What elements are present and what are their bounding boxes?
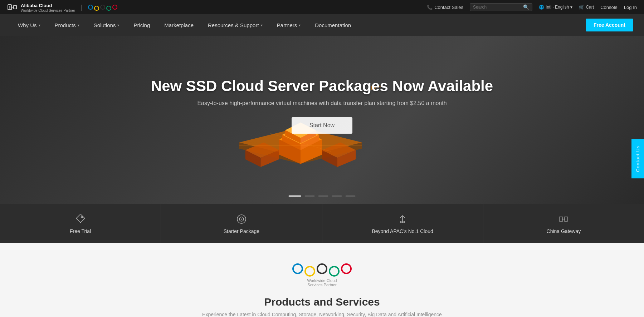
slider-dot-4[interactable] xyxy=(332,195,342,197)
search-input[interactable] xyxy=(473,5,523,10)
starter-package-label: Starter Package xyxy=(224,228,259,234)
china-gateway-icon xyxy=(558,213,569,225)
products-title: Products and Services xyxy=(0,296,644,308)
nav-item-pricing[interactable]: Pricing xyxy=(126,14,157,36)
nav-label-resources: Resources & Support xyxy=(208,22,259,28)
lang-label: Intl · English xyxy=(546,5,569,10)
svg-rect-3 xyxy=(14,5,16,9)
nav-item-resources[interactable]: Resources & Support ▾ xyxy=(201,14,270,36)
slider-dot-2[interactable] xyxy=(305,195,315,197)
nav-label-pricing: Pricing xyxy=(133,22,150,28)
hero-title: New SSD Cloud Server Packages Now Availa… xyxy=(151,78,493,95)
lang-chevron: ▾ xyxy=(570,5,572,10)
cart-button[interactable]: 🛒 Cart xyxy=(579,5,594,10)
nav-item-partners[interactable]: Partners ▾ xyxy=(270,14,308,36)
resources-chevron: ▾ xyxy=(261,23,263,27)
nav-items: Why Us ▾ Products ▾ Solutions ▾ Pricing … xyxy=(11,14,358,36)
nav-label-documentation: Documentation xyxy=(315,22,351,28)
apac-cloud-icon xyxy=(397,213,408,225)
slider-dot-3[interactable] xyxy=(318,195,328,197)
tag-icon xyxy=(75,213,86,225)
feature-strip: Free Trial Starter Package Beyond APAC's… xyxy=(0,204,644,243)
nav-bar: Why Us ▾ Products ▾ Solutions ▾ Pricing … xyxy=(0,14,644,36)
solutions-chevron: ▾ xyxy=(117,23,119,27)
nav-item-solutions[interactable]: Solutions ▾ xyxy=(87,14,127,36)
nav-item-products[interactable]: Products ▾ xyxy=(48,14,87,36)
nav-label-products: Products xyxy=(55,22,76,28)
why-us-chevron: ▾ xyxy=(39,23,40,27)
contact-sales-link[interactable]: 📞 Contact Sales xyxy=(427,5,463,10)
products-subtitle: Experience the Latest in Cloud Computing… xyxy=(0,312,644,317)
slider-dots xyxy=(289,195,356,197)
partners-chevron: ▾ xyxy=(299,23,301,27)
search-button[interactable]: 🔍 xyxy=(523,4,529,10)
alibaba-cloud-logo-icon xyxy=(7,3,17,11)
starter-package-icon xyxy=(236,213,247,225)
console-button[interactable]: Console xyxy=(600,5,618,10)
nav-label-partners: Partners xyxy=(277,22,297,28)
hero-cta-button[interactable]: Start Now xyxy=(292,117,352,134)
contact-us-sidebar[interactable]: Contact Us xyxy=(631,139,644,178)
olympic-logo: Worldwide CloudServices Partner xyxy=(0,261,644,287)
hero-section: New SSD Cloud Server Packages Now Availa… xyxy=(0,36,644,204)
slider-dot-1[interactable] xyxy=(289,195,301,197)
nav-label-solutions: Solutions xyxy=(94,22,116,28)
contact-sales-label: Contact Sales xyxy=(434,5,463,10)
products-section: Worldwide CloudServices Partner Products… xyxy=(0,243,644,317)
top-bar-left: Alibaba Cloud Worldwide Cloud Services P… xyxy=(7,2,118,13)
globe-icon: 🌐 xyxy=(539,5,544,10)
free-trial-label: Free Trial xyxy=(70,228,91,234)
svg-line-31 xyxy=(400,216,402,218)
logo-sub: Worldwide Cloud Services Partner xyxy=(21,9,75,13)
feature-item-china-gateway[interactable]: China Gateway xyxy=(483,204,644,243)
olympic-rings-large xyxy=(292,261,352,277)
hero-content: New SSD Cloud Server Packages Now Availa… xyxy=(151,78,493,134)
nav-item-marketplace[interactable]: Marketplace xyxy=(157,14,201,36)
olympics-rings-small xyxy=(88,4,118,11)
hero-subtitle: Easy-to-use high-performance virtual mac… xyxy=(151,100,493,107)
logo-text: Alibaba Cloud xyxy=(21,3,52,8)
feature-item-apac[interactable]: Beyond APAC's No.1 Cloud xyxy=(322,204,483,243)
free-account-button[interactable]: Free Account xyxy=(586,19,633,31)
logo-divider: | xyxy=(80,4,82,11)
slider-dot-5[interactable] xyxy=(346,195,356,197)
svg-rect-1 xyxy=(9,6,10,9)
top-bar-right: 📞 Contact Sales 🔍 🌐 Intl · English ▾ 🛒 C… xyxy=(427,3,637,11)
nav-label-marketplace: Marketplace xyxy=(164,22,194,28)
search-box: 🔍 xyxy=(470,3,532,11)
logo-area: Alibaba Cloud Worldwide Cloud Services P… xyxy=(7,2,118,13)
products-chevron: ▾ xyxy=(78,23,79,27)
cart-label: Cart xyxy=(586,5,594,10)
feature-item-free-trial[interactable]: Free Trial xyxy=(0,204,161,243)
language-selector[interactable]: 🌐 Intl · English ▾ xyxy=(539,5,572,10)
nav-label-why-us: Why Us xyxy=(18,22,37,28)
feature-item-starter-package[interactable]: Starter Package xyxy=(161,204,322,243)
svg-line-32 xyxy=(402,216,405,218)
login-button[interactable]: Log In xyxy=(624,5,637,10)
nav-item-why-us[interactable]: Why Us ▾ xyxy=(11,14,48,36)
svg-point-26 xyxy=(81,216,83,218)
china-gateway-label: China Gateway xyxy=(547,228,581,234)
top-bar: Alibaba Cloud Worldwide Cloud Services P… xyxy=(0,0,644,14)
cart-icon: 🛒 xyxy=(579,5,584,10)
nav-item-documentation[interactable]: Documentation xyxy=(308,14,358,36)
apac-cloud-label: Beyond APAC's No.1 Cloud xyxy=(372,228,433,234)
phone-icon: 📞 xyxy=(427,5,433,10)
svg-point-29 xyxy=(241,218,242,219)
olympic-partner-label: Worldwide CloudServices Partner xyxy=(307,278,337,287)
